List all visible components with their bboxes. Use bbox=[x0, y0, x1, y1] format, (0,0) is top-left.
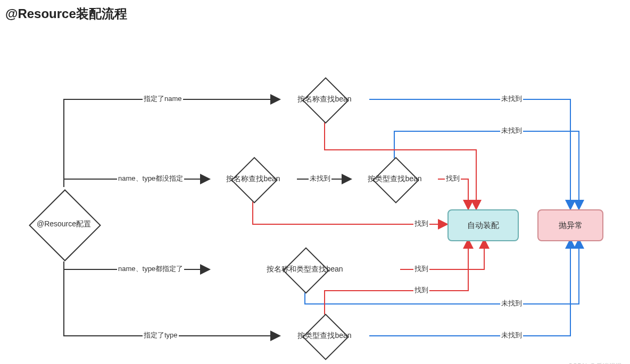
edge-label-notfound-2: 未找到 bbox=[500, 126, 523, 136]
node-search-by-name-and-type-label: 按名称和类型查找bean bbox=[267, 265, 343, 274]
edge-label-specified-name: 指定了name bbox=[143, 94, 183, 104]
watermark: CSDN @后端漫漫 bbox=[568, 362, 623, 364]
node-throw-exception: 抛异常 bbox=[537, 209, 603, 241]
node-search-by-type-1-label: 按类型查找bean bbox=[368, 174, 421, 184]
node-auto-wire-label: 自动装配 bbox=[467, 221, 499, 231]
edge-label-notfound-3: 未找到 bbox=[309, 174, 331, 183]
edge-label-found-3: 找到 bbox=[413, 264, 429, 274]
node-search-by-name-1: 按名称查找bean bbox=[280, 79, 369, 120]
edge-label-none-specified: name、type都没指定 bbox=[117, 174, 184, 183]
edge-label-notfound-1: 未找到 bbox=[500, 94, 523, 104]
node-auto-wire: 自动装配 bbox=[447, 209, 519, 241]
edge-label-notfound-5: 未找到 bbox=[500, 331, 523, 340]
node-search-by-name-1-label: 按名称查找bean bbox=[297, 95, 351, 104]
node-search-by-name-and-type: 按名称和类型查找bean bbox=[210, 248, 400, 291]
node-throw-exception-label: 抛异常 bbox=[559, 221, 583, 231]
flowchart-canvas: @Resource配置 按名称查找bean 按名称查找bean 按类型查找bea… bbox=[0, 22, 630, 364]
edge-label-found-2: 找到 bbox=[445, 174, 461, 183]
node-search-by-type-2: 按类型查找bean bbox=[280, 315, 369, 357]
edge-label-found-4: 找到 bbox=[413, 285, 429, 295]
node-search-by-name-2: 按名称查找bean bbox=[210, 158, 297, 200]
edge-label-specified-type: 指定了type bbox=[143, 331, 179, 340]
edge-label-found-1: 找到 bbox=[413, 219, 429, 228]
node-search-by-type-1: 按类型查找bean bbox=[351, 158, 438, 200]
node-search-by-type-2-label: 按类型查找bean bbox=[297, 331, 351, 341]
node-root-label: @Resource配置 bbox=[37, 219, 91, 229]
edge-label-both-specified: name、type都指定了 bbox=[117, 264, 184, 274]
edge-label-notfound-4: 未找到 bbox=[500, 299, 523, 308]
page-title: @Resource装配流程 bbox=[5, 5, 630, 22]
node-root: @Resource配置 bbox=[21, 187, 106, 261]
node-search-by-name-2-label: 按名称查找bean bbox=[226, 174, 280, 184]
